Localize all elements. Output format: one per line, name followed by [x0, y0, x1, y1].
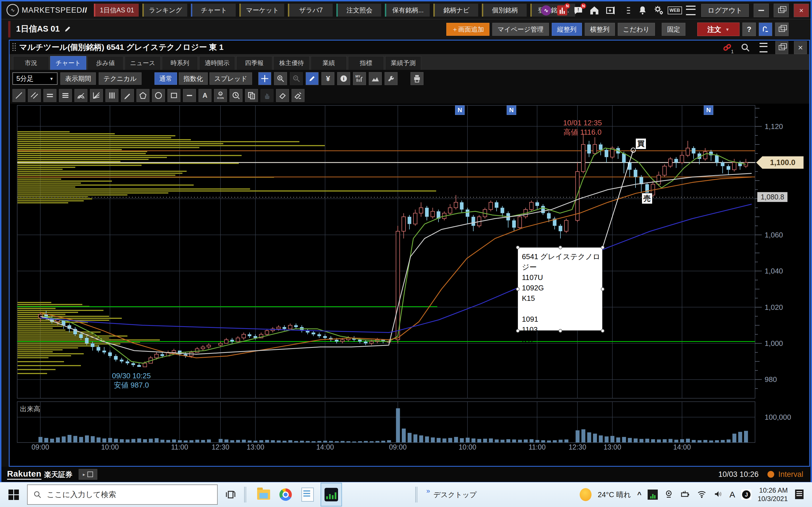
window-restore-button[interactable]	[775, 41, 788, 54]
crosshair-tool-button[interactable]	[258, 72, 271, 85]
symbol-search-icon[interactable]	[739, 41, 752, 54]
window-tab-時系列[interactable]: 時系列	[162, 56, 198, 70]
draw-pencil-button[interactable]	[306, 72, 319, 85]
chart-mode-スプレッド[interactable]: スプレッド	[209, 72, 252, 85]
bell-icon[interactable]	[637, 5, 648, 16]
layout-button-固定[interactable]: 固定	[662, 23, 686, 36]
logout-button[interactable]: ログアウト	[701, 4, 749, 17]
link-jump-button[interactable]	[759, 22, 772, 36]
window-close-button[interactable]: ×	[794, 41, 807, 54]
buy-marker[interactable]: 買	[635, 138, 647, 150]
zoom-in-button[interactable]	[274, 72, 287, 85]
order-button[interactable]: 注文▼	[697, 22, 740, 36]
layout-button-こだわり[interactable]: こだわり	[618, 23, 655, 36]
window-tab-株主優待[interactable]: 株主優待	[273, 56, 310, 70]
layout-button-マイページ管理[interactable]: マイページ管理	[492, 23, 549, 36]
panel-toggle-button[interactable]: ▸	[79, 469, 97, 480]
tray-chart-icon[interactable]	[648, 490, 658, 500]
ellipse-tool[interactable]	[152, 89, 165, 102]
top-tab-1日信AS 01[interactable]: 1日信AS 01	[94, 4, 139, 17]
window-tab-市況[interactable]: 市況	[13, 56, 49, 70]
file-explorer-icon[interactable]	[255, 482, 273, 507]
edit-pencil-icon[interactable]	[64, 25, 71, 33]
note-box-handle[interactable]	[516, 245, 520, 249]
window-tab-適時開示[interactable]: 適時開示	[199, 56, 235, 70]
top-tab-マーケット[interactable]: マーケット	[239, 4, 284, 17]
app-close-button[interactable]: ×	[794, 4, 809, 17]
vline-grid-tool[interactable]	[105, 89, 118, 102]
top-tab-ザラバ7[interactable]: ザラバ7	[288, 4, 333, 17]
action-center-icon[interactable]	[794, 489, 806, 501]
top-tab-個別銘柄[interactable]: 個別銘柄	[482, 4, 527, 17]
parallel-line-tool[interactable]	[28, 89, 41, 102]
start-button[interactable]	[0, 482, 27, 507]
top-tab-保有銘柄...[interactable]: 保有銘柄...	[385, 4, 430, 17]
segment-tool[interactable]	[183, 89, 196, 102]
layout-button-縦整列[interactable]: 縦整列	[552, 23, 582, 36]
layout-button-横整列[interactable]: 横整列	[585, 23, 615, 36]
price-volume-chart[interactable]: 09:0010:0011:0012:3013:0014:0009:0010:00…	[10, 104, 809, 466]
tray-wifi-icon[interactable]	[697, 489, 707, 500]
notepad-icon[interactable]	[299, 482, 317, 507]
taskbar-clock[interactable]: 10:26 AM10/3/2021	[758, 486, 788, 503]
chart-style-button[interactable]	[369, 72, 382, 85]
ime-mode-indicator[interactable]: A	[729, 490, 735, 499]
alert-bubble-icon[interactable]: ! N	[573, 5, 584, 16]
info-button[interactable]: i	[337, 72, 350, 85]
link-group-icon[interactable]: 1	[721, 41, 733, 54]
app-restore-button[interactable]	[774, 4, 789, 17]
home-icon[interactable]	[589, 5, 600, 16]
market-news-icon[interactable]: N	[557, 5, 568, 16]
tray-volume-icon[interactable]	[713, 489, 723, 500]
timeframe-select[interactable]: 5分足▼	[12, 72, 57, 85]
note-box-handle[interactable]	[559, 329, 562, 333]
tray-battery-icon[interactable]	[680, 489, 691, 500]
print-button[interactable]	[410, 72, 423, 85]
taskbar-search-input[interactable]: ここに入力して検索	[27, 485, 218, 505]
note-box-handle[interactable]	[601, 329, 605, 333]
hand-tool[interactable]	[260, 89, 273, 102]
tray-camera-icon[interactable]	[664, 489, 673, 500]
task-view-icon[interactable]	[221, 482, 240, 507]
note-box-handle[interactable]	[516, 287, 520, 291]
technical-button[interactable]: テクニカル	[99, 72, 142, 85]
copy-tool[interactable]	[245, 89, 258, 102]
settings-wrench-button[interactable]	[385, 72, 398, 85]
window-tab-業績[interactable]: 業績	[311, 56, 347, 70]
ray-pencil-tool[interactable]	[121, 89, 134, 102]
desktop-toolbar-label[interactable]: デスクトップ	[434, 490, 477, 499]
ime-language-indicator[interactable]: J	[741, 490, 751, 500]
note-box-handle[interactable]	[559, 245, 562, 249]
sell-marker[interactable]: 売	[642, 193, 653, 204]
note-box-handle[interactable]	[601, 287, 605, 291]
news-marker-1[interactable]: N	[455, 105, 465, 115]
marketspeed-taskbar-icon[interactable]	[320, 483, 342, 506]
display-mode-icon[interactable]	[621, 5, 632, 16]
note-box-handle[interactable]	[516, 329, 520, 333]
chart-mode-通常[interactable]: 通常	[154, 72, 177, 85]
weather-label[interactable]: 24°C 晴れ	[598, 490, 631, 500]
three-hline-tool[interactable]	[59, 89, 72, 102]
news-marker-2[interactable]: N	[507, 105, 516, 115]
pentagon-tool[interactable]	[137, 89, 149, 102]
chart-mode-指数化[interactable]: 指数化	[179, 72, 208, 85]
layout-button-＋画面追加[interactable]: ＋画面追加	[446, 23, 490, 36]
fib-arc-tool[interactable]	[74, 89, 87, 102]
erase-all-tool[interactable]	[292, 89, 305, 102]
window-tab-四季報[interactable]: 四季報	[236, 56, 272, 70]
text-tool[interactable]: A	[199, 89, 211, 102]
web-link-icon[interactable]: WEB	[669, 5, 680, 16]
chrome-icon[interactable]	[276, 482, 295, 507]
display-period-button[interactable]: 表示期間	[60, 72, 96, 85]
note-box-handle[interactable]	[601, 245, 605, 249]
chart-region[interactable]: 09:0010:0011:0012:3013:0014:0009:0010:00…	[10, 104, 809, 466]
drag-handle[interactable]	[12, 43, 16, 52]
pulse-icon[interactable]: ∿	[541, 5, 552, 16]
fan-line-tool[interactable]	[90, 89, 103, 102]
app-minimize-button[interactable]	[754, 4, 769, 17]
two-hline-tool[interactable]	[43, 89, 56, 102]
chart-note-box[interactable]: 6541 グレイステクノロジー 1107U 1092G K15 1091 110…	[518, 247, 603, 331]
window-tab-指標[interactable]: 指標	[348, 56, 384, 70]
add-window-icon[interactable]	[605, 5, 616, 16]
news-marker-3[interactable]: N	[704, 105, 713, 115]
